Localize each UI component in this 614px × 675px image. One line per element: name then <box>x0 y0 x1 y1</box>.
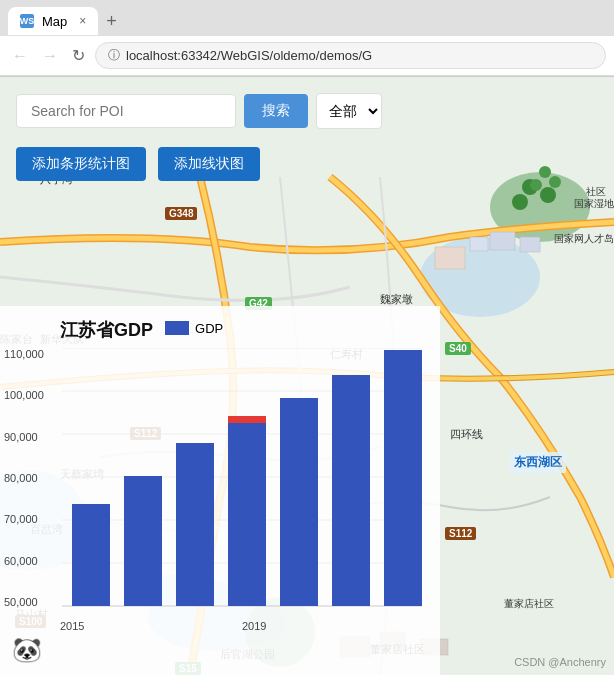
search-input[interactable] <box>16 94 236 128</box>
browser-chrome: WS Map × + ← → ↻ ⓘ localhost:63342/WebGI… <box>0 0 614 77</box>
x-axis-labels: 2015 2019 <box>60 620 424 632</box>
back-button[interactable]: ← <box>8 45 32 67</box>
svg-rect-30 <box>332 375 370 606</box>
svg-rect-26 <box>176 443 214 606</box>
y-axis-labels: 110,000 100,000 90,000 80,000 70,000 60,… <box>4 348 44 608</box>
road-badge-g348: G348 <box>165 207 197 220</box>
svg-rect-27 <box>228 416 266 423</box>
address-text: localhost:63342/WebGIS/oldemo/demos/G <box>126 48 372 63</box>
address-lock-icon: ⓘ <box>108 47 120 64</box>
chart-legend: GDP <box>165 321 223 336</box>
refresh-button[interactable]: ↻ <box>68 44 89 67</box>
svg-rect-31 <box>384 350 422 606</box>
watermark: CSDN @Anchenry <box>514 656 606 668</box>
map-label-weijiadun: 魏家墩 <box>380 292 413 307</box>
map-label-dongjiashe: 董家店社区 <box>504 597 554 611</box>
svg-rect-25 <box>124 476 162 606</box>
map-label-sihuan: 四环线 <box>450 427 483 442</box>
action-buttons-container: 添加条形统计图 添加线状图 <box>16 147 260 181</box>
legend-color-box <box>165 321 189 335</box>
map-label-dongxihu: 东西湖区 <box>510 452 566 473</box>
map-label-talent: 国家网人才岛 <box>554 232 614 246</box>
road-badge-s40: S40 <box>445 342 471 355</box>
tab-bar: WS Map × + <box>0 0 614 36</box>
active-tab[interactable]: WS Map × <box>8 7 98 35</box>
nav-bar: ← → ↻ ⓘ localhost:63342/WebGIS/oldemo/de… <box>0 36 614 76</box>
add-line-chart-button[interactable]: 添加线状图 <box>158 147 260 181</box>
search-button[interactable]: 搜索 <box>244 94 308 128</box>
new-tab-button[interactable]: + <box>106 12 117 30</box>
map-ui-overlay: 新华大队 百岔湾 马山村 仁寿村 魏家墩 四环线 东西湖区 陈家台 天蔡家塆 后… <box>0 77 614 675</box>
road-badge-s112-right: S112 <box>445 527 476 540</box>
tab-title: Map <box>42 14 67 29</box>
map-container: 新华大队 百岔湾 马山村 仁寿村 魏家墩 四环线 东西湖区 陈家台 天蔡家塆 后… <box>0 77 614 675</box>
chart-title: 江苏省GDP <box>60 318 153 342</box>
chart-container: 江苏省GDP GDP 110,000 100,000 90,000 80,000… <box>0 306 440 675</box>
chart-area: 110,000 100,000 90,000 80,000 70,000 60,… <box>60 348 424 608</box>
animal-icon: 🐼 <box>12 636 42 664</box>
map-label-wetland: 国家湿地 <box>574 197 614 211</box>
address-bar[interactable]: ⓘ localhost:63342/WebGIS/oldemo/demos/G <box>95 42 606 69</box>
category-select[interactable]: 全部 <box>316 93 382 129</box>
svg-rect-28 <box>228 423 266 606</box>
chart-svg <box>60 348 424 608</box>
tab-close-button[interactable]: × <box>79 14 86 28</box>
tab-favicon: WS <box>20 14 34 28</box>
search-bar-container: 搜索 全部 <box>16 93 382 129</box>
forward-button[interactable]: → <box>38 45 62 67</box>
svg-rect-24 <box>72 504 110 606</box>
svg-rect-29 <box>280 398 318 606</box>
add-bar-chart-button[interactable]: 添加条形统计图 <box>16 147 146 181</box>
legend-label: GDP <box>195 321 223 336</box>
